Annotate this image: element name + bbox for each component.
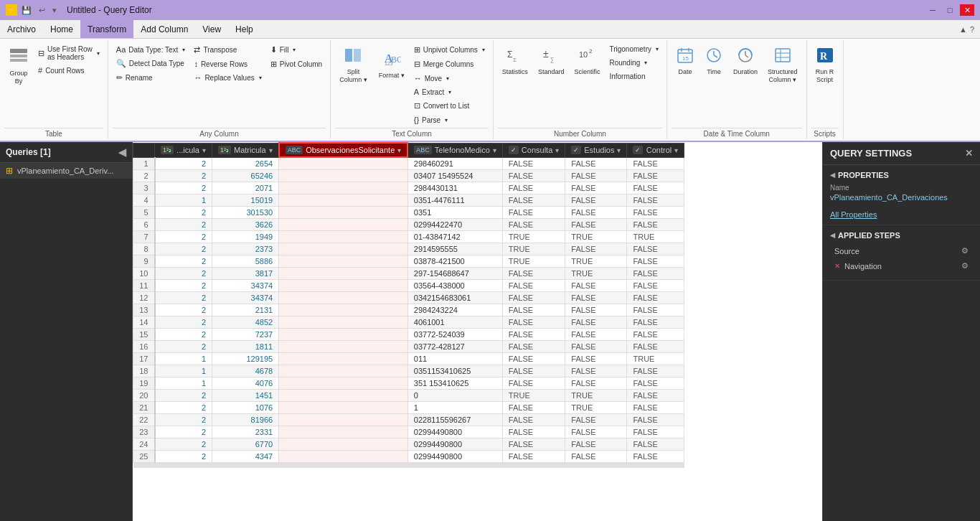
cell-telefono: 351 153410625 (407, 377, 502, 389)
cell-consulta: FALSE (502, 352, 565, 365)
date-btn[interactable]: 15 Date (672, 43, 699, 79)
cell-matricula: 34374 (212, 291, 279, 304)
col-type-consulta: ✓ (509, 146, 519, 154)
ribbon-collapse[interactable]: ▲ (959, 25, 967, 34)
reverse-rows-btn[interactable]: ↕ Reverse Rows (190, 57, 265, 70)
step-source[interactable]: Source ⚙ (830, 244, 973, 258)
transpose-btn[interactable]: ⇄ Transpose (190, 43, 265, 57)
run-r-script-btn[interactable]: R Run RScript (811, 43, 839, 87)
duration-btn[interactable]: Duration (729, 43, 762, 79)
group-by-btn[interactable]: GroupBy (4, 43, 33, 88)
transpose-icon: ⇄ (194, 45, 200, 55)
menu-archivo[interactable]: Archivo (0, 20, 43, 38)
menu-help[interactable]: Help (228, 20, 260, 38)
information-btn[interactable]: Information (606, 70, 662, 83)
parse-btn[interactable]: {} Parse ▾ (410, 113, 489, 126)
col-header-telefono[interactable]: ABC TelefonoMedico ▾ (407, 143, 502, 157)
extract-btn[interactable]: A Extract ▾ (410, 85, 489, 98)
data-type-btn[interactable]: Aa Data Type: Text ▾ (113, 43, 189, 56)
col-filter-estudios[interactable]: ▾ (617, 146, 621, 154)
move-btn[interactable]: ↔ Move ▾ (410, 72, 489, 85)
cell-consulta: TRUE (502, 255, 565, 267)
table-row: 22 2 81966 0228115596267 FALSE FALSE FAL… (133, 413, 684, 426)
col-header-consulta[interactable]: ✓ Consulta ▾ (502, 143, 565, 157)
cell-estudios: FALSE (565, 157, 627, 169)
query-table-icon: ⊞ (6, 166, 13, 176)
merge-cols-btn[interactable]: ⊟ Merge Columns (410, 57, 489, 71)
svg-text:123: 123 (385, 61, 393, 66)
sidebar-collapse-btn[interactable]: ◀ (118, 146, 126, 158)
pivot-column-btn[interactable]: ⊞ Pivot Column (267, 57, 326, 71)
col-header-estudios[interactable]: ✓ Estudios ▾ (565, 143, 627, 157)
convert-list-btn[interactable]: ⊡ Convert to List (410, 99, 489, 113)
rounding-btn[interactable]: Rounding ▾ (606, 57, 662, 69)
help-icon[interactable]: ? (970, 25, 974, 34)
standard-btn[interactable]: ± ∑ Standard (534, 43, 569, 79)
row-num-cell: 3 (133, 182, 155, 194)
svg-line-25 (745, 55, 748, 57)
right-panel-close-btn[interactable]: ✕ (965, 148, 973, 159)
trigonometry-btn[interactable]: Trigonometry ▾ (606, 43, 662, 55)
menu-home[interactable]: Home (43, 20, 80, 38)
sidebar-item-query[interactable]: ⊞ vPlaneamiento_CA_Deriv... (0, 163, 132, 179)
use-first-row-btn[interactable]: ⊟ Use First Rowas Headers ▾ (34, 43, 103, 63)
time-btn[interactable]: Time (700, 43, 727, 79)
structured-column-btn[interactable]: StructuredColumn ▾ (763, 43, 802, 87)
cell-icula: 2 (155, 279, 212, 291)
col-filter-matricula[interactable]: ▾ (269, 146, 273, 154)
format-icon: A BC 123 (382, 50, 401, 70)
replace-label: Replace Values (204, 74, 254, 82)
parse-icon: {} (414, 116, 419, 124)
row-num-cell: 7 (133, 230, 155, 243)
col-filter-telefono[interactable]: ▾ (493, 146, 496, 154)
col-name-telefono: TelefonoMedico (435, 146, 490, 154)
col-header-icula[interactable]: 1²₃ ...icula ▾ (155, 143, 212, 157)
right-panel: QUERY SETTINGS ✕ PROPERTIES Name vPlanea… (822, 142, 980, 521)
all-properties-link[interactable]: All Properties (830, 210, 973, 219)
statistics-btn[interactable]: Σ Σ Statistics (498, 43, 532, 79)
cell-telefono: 0351 (407, 206, 502, 218)
replace-values-btn[interactable]: ↔ Replace Values ▾ (190, 71, 265, 84)
quick-undo[interactable]: ↩ (39, 6, 45, 15)
fill-btn[interactable]: ⬇ Fill ▾ (267, 43, 326, 57)
cell-telefono: 0342154683061 (407, 291, 502, 304)
col-header-control[interactable]: ✓ Control ▾ (627, 143, 684, 157)
col-filter-control[interactable]: ▾ (674, 146, 678, 154)
col-header-observaciones[interactable]: ABC ObservacionesSolicitante ▾ (279, 143, 408, 157)
col-filter-icula[interactable]: ▾ (202, 146, 206, 154)
col-filter-consulta[interactable]: ▾ (555, 146, 559, 154)
step-nav-gear[interactable]: ⚙ (961, 261, 969, 271)
step-navigation[interactable]: ✕ Navigation ⚙ (830, 259, 973, 273)
close-btn[interactable]: ✕ (960, 4, 974, 16)
menu-view[interactable]: View (195, 20, 228, 38)
cell-icula: 1 (155, 352, 212, 365)
query-name-value[interactable]: vPlaneamiento_CA_Derivaciones (830, 193, 973, 202)
minimize-btn[interactable]: ─ (925, 4, 940, 16)
scientific-btn[interactable]: 10 2 Scientific (570, 43, 604, 79)
cell-control: FALSE (627, 157, 684, 169)
split-icon (344, 46, 362, 67)
ribbon-group-anycolumn-content: Aa Data Type: Text ▾ 🔍 Detect Data Type … (113, 43, 326, 126)
count-rows-btn[interactable]: # Count Rows (34, 64, 103, 77)
menu-transform[interactable]: Transform (80, 20, 133, 38)
cell-matricula: 1451 (212, 389, 279, 401)
rename-btn[interactable]: ✏ Rename (113, 71, 189, 85)
quick-settings[interactable]: ▾ (52, 6, 57, 15)
sidebar: Queries [1] ◀ ⊞ vPlaneamiento_CA_Deriv..… (0, 142, 133, 521)
menu-add-column[interactable]: Add Column (133, 20, 195, 38)
cell-telefono: 03772-428127 (407, 340, 502, 352)
cell-icula: 2 (155, 206, 212, 218)
quick-save[interactable]: 💾 (22, 6, 32, 15)
detect-data-type-btn[interactable]: 🔍 Detect Data Type (113, 57, 189, 70)
maximize-btn[interactable]: □ (943, 4, 957, 16)
format-btn[interactable]: A BC 123 Format ▾ (374, 43, 409, 87)
step-source-gear[interactable]: ⚙ (961, 246, 969, 255)
cell-matricula: 3626 (212, 218, 279, 230)
col-filter-observaciones[interactable]: ▾ (397, 146, 401, 154)
sidebar-header: Queries [1] ◀ (0, 142, 132, 163)
split-column-btn[interactable]: SplitColumn ▾ (335, 43, 372, 87)
col-header-matricula[interactable]: 1²₃ Matricula ▾ (212, 143, 279, 157)
data-table-wrapper[interactable]: 1²₃ ...icula ▾ 1²₃ Matricula ▾ (133, 142, 822, 521)
unpivot-btn[interactable]: ⊞ Unpivot Columns ▾ (410, 43, 489, 57)
cell-observaciones (279, 194, 408, 206)
